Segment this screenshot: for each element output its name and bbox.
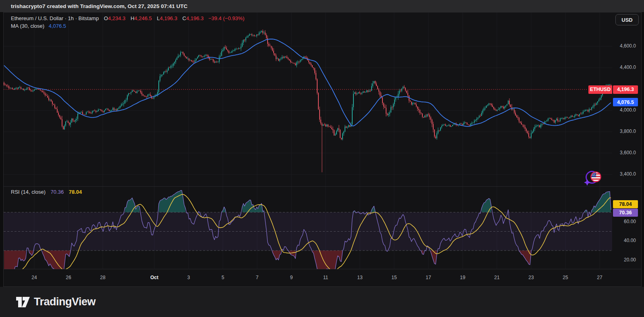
time-axis-label: Oct [145,275,163,280]
price-axis-label: 3,600.0 [608,150,636,155]
rsi-legend-row[interactable]: RSI (14, close) 70.36 78.04 [11,189,82,195]
current-price-badge: 4,196.3 [613,85,638,94]
price-axis-label: 3,400.0 [608,171,636,177]
ma-price-badge: 4,076.5 [613,98,638,106]
time-axis-label: 21 [488,275,506,280]
ma-legend-row[interactable]: MA (30, close) 4,076.5 [11,23,66,29]
close-label: C [183,15,186,21]
sparkle-icon [584,179,590,186]
time-axis-label: 26 [60,275,77,280]
rsi-axis-label: 60.00 [608,219,636,224]
time-axis-label: 7 [248,275,266,280]
open-label: O [104,15,108,21]
symbol-price-label-badge: ETHUSD [588,85,612,94]
rsi-axis-label: 40.00 [608,238,636,243]
time-axis-label: 11 [317,275,334,280]
time-axis-label: 23 [522,275,540,280]
currency-usd-button[interactable]: USD [615,14,639,25]
low-value: 4,196.3 [160,15,177,21]
rsi-axis-label: 20.00 [608,257,636,263]
ma-value: 4,076.5 [49,23,66,29]
change-value: −39.4 (−0.93%) [208,15,245,21]
symbol-legend-row[interactable]: Ethereum / U.S. Dollar · 1h · Bitstamp O… [11,15,245,21]
time-axis-label: 17 [420,275,437,280]
price-and-rsi-chart-canvas[interactable] [0,0,644,317]
rsi-current-value: 70.36 [51,189,64,195]
price-axis-label: 4,600.0 [608,43,636,49]
time-axis-label: 9 [283,275,300,280]
symbol-title: Ethereum / U.S. Dollar · 1h · Bitstamp [11,15,99,21]
high-value: 4,246.5 [134,15,152,21]
price-axis-label: 3,800.0 [608,128,636,134]
us-flag-sticker[interactable] [583,169,604,188]
rsi-value-badge: 70.36 [613,209,638,217]
open-value: 4,234.3 [108,15,125,21]
rsi-ma-badge: 78.04 [613,200,638,208]
price-axis-label: 4,000.0 [608,107,636,113]
time-axis-label: 19 [454,275,472,280]
ma-label: MA (30, close) [11,23,44,29]
time-axis-label: 25 [557,275,574,280]
tradingview-snapshot: trishacrypto7 created with TradingView.c… [0,0,644,317]
high-label: H [131,15,134,21]
rsi-label: RSI (14, close) [11,189,46,195]
time-axis-label: 3 [180,275,197,280]
time-axis-label: 28 [94,275,112,280]
low-label: L [157,15,160,21]
close-value: 4,196.3 [186,15,204,21]
time-axis-label: 13 [351,275,369,280]
rsi-ma-value: 78.04 [69,189,82,195]
price-axis-label: 4,400.0 [608,64,636,70]
time-axis-label: 15 [385,275,403,280]
time-axis-label: 5 [214,275,232,280]
time-axis-label: 27 [591,275,609,280]
time-axis-label: 24 [25,275,43,280]
